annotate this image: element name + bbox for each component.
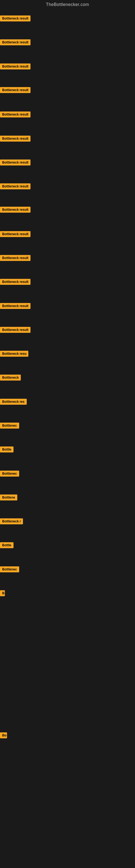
bottleneck-item-10[interactable]: Bottleneck result: [0, 255, 31, 262]
bottleneck-badge-8: Bottleneck result: [0, 207, 31, 213]
bottleneck-badge-4: Bottleneck result: [0, 112, 31, 118]
bottleneck-item-16[interactable]: Bottleneck res: [0, 399, 27, 406]
bottleneck-badge-20: Bottlene: [0, 495, 17, 500]
bottleneck-item-19[interactable]: Bottlenec: [0, 471, 19, 478]
bottleneck-badge-10: Bottleneck result: [0, 255, 31, 261]
site-title: TheBottlenecker.com: [0, 0, 135, 9]
bottleneck-item-11[interactable]: Bottleneck result: [0, 279, 31, 286]
bottleneck-badge-23: Bottlenec: [0, 566, 19, 572]
bottleneck-item-0[interactable]: Bottleneck result: [0, 16, 31, 23]
bottleneck-item-4[interactable]: Bottleneck result: [0, 112, 31, 119]
bottleneck-badge-11: Bottleneck result: [0, 279, 31, 285]
bottleneck-item-5[interactable]: Bottleneck result: [0, 135, 31, 143]
bottleneck-item-1[interactable]: Bottleneck result: [0, 39, 31, 46]
bottleneck-badge-13: Bottleneck result: [0, 327, 31, 333]
bottleneck-badge-2: Bottleneck result: [0, 63, 31, 69]
bottleneck-item-23[interactable]: Bottlenec: [0, 566, 19, 574]
bottleneck-badge-9: Bottleneck result: [0, 231, 31, 237]
bottleneck-badge-7: Bottleneck result: [0, 183, 31, 189]
bottleneck-badge-1: Bottleneck result: [0, 39, 31, 45]
bottleneck-item-8[interactable]: Bottleneck result: [0, 207, 31, 214]
bottleneck-item-9[interactable]: Bottleneck result: [0, 231, 31, 238]
bottleneck-badge-24: B: [0, 590, 5, 596]
bottleneck-badge-22: Bottle: [0, 542, 13, 548]
bottleneck-item-2[interactable]: Bottleneck result: [0, 63, 31, 70]
bottleneck-badge-3: Bottleneck result: [0, 87, 31, 93]
bottleneck-item-22[interactable]: Bottle: [0, 542, 13, 549]
bottleneck-item-17[interactable]: Bottlenec: [0, 423, 19, 430]
bottleneck-badge-16: Bottleneck res: [0, 399, 27, 405]
bottleneck-badge-21: Bottleneck r: [0, 518, 23, 524]
bottleneck-badge-5: Bottleneck result: [0, 135, 31, 142]
bottleneck-item-15[interactable]: Bottleneck: [0, 375, 21, 382]
bottleneck-badge-17: Bottlenec: [0, 423, 19, 429]
bottleneck-badge-18: Bottle: [0, 446, 13, 453]
bottleneck-item-13[interactable]: Bottleneck result: [0, 327, 31, 334]
bottleneck-item-7[interactable]: Bottleneck result: [0, 183, 31, 190]
bottleneck-item-14[interactable]: Bottleneck resu: [0, 351, 28, 358]
bottleneck-badge-15: Bottleneck: [0, 375, 21, 380]
bottleneck-item-12[interactable]: Bottleneck result: [0, 303, 31, 310]
bottleneck-badge-14: Bottleneck resu: [0, 351, 28, 357]
bottleneck-item-25[interactable]: Bo: [0, 733, 7, 739]
bottleneck-badge-19: Bottlenec: [0, 471, 19, 476]
bottleneck-item-21[interactable]: Bottleneck r: [0, 518, 23, 525]
bottleneck-badge-12: Bottleneck result: [0, 303, 31, 309]
bottleneck-item-6[interactable]: Bottleneck result: [0, 159, 31, 166]
bottleneck-badge-0: Bottleneck result: [0, 16, 31, 22]
bottleneck-badge-25: Bo: [0, 733, 7, 738]
bottleneck-badge-6: Bottleneck result: [0, 159, 31, 165]
bottleneck-item-18[interactable]: Bottle: [0, 446, 13, 454]
bottleneck-item-24[interactable]: B: [0, 590, 5, 597]
bottleneck-item-20[interactable]: Bottlene: [0, 495, 17, 501]
bottleneck-item-3[interactable]: Bottleneck result: [0, 87, 31, 94]
